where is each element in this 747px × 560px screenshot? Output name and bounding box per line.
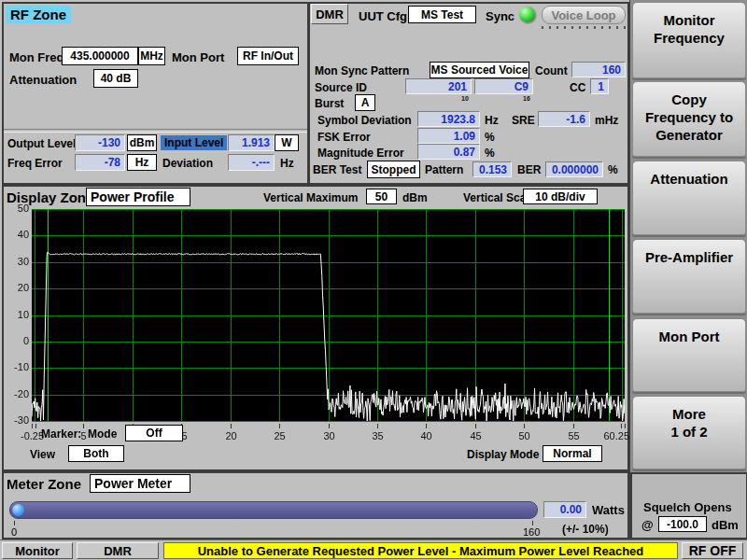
meter-unit: Watts — [592, 503, 625, 517]
symbol-deviation-value: 1923.8 — [417, 111, 480, 127]
softkey-attenuation[interactable]: Attenuation — [632, 161, 746, 235]
sre-unit: mHz — [595, 114, 618, 127]
softkey-label: Mon Port — [659, 329, 720, 391]
display-mode-value[interactable]: Normal — [543, 445, 602, 462]
meter-tick-min — [14, 521, 15, 525]
meter-value: 0.00 — [543, 501, 586, 518]
pattern-label: Pattern — [425, 163, 463, 176]
deviation-unit: Hz — [280, 157, 294, 170]
output-level-label: Output Level — [7, 137, 76, 150]
output-level-value: -130 — [75, 134, 125, 151]
softkey-more[interactable]: More 1 of 2 — [632, 396, 746, 469]
squelch-at: @ — [641, 518, 654, 532]
softkey-label: Copy Frequency to Generator — [645, 91, 733, 156]
symbol-deviation-unit: Hz — [485, 114, 499, 127]
meter-tolerance: (+/- 10%) — [562, 523, 609, 536]
output-level-unit[interactable]: dBm — [127, 134, 157, 151]
voice-loop-button[interactable]: Voice Loop — [542, 6, 626, 24]
power-meter-bar — [9, 501, 538, 519]
deviation-value: -.--- — [228, 154, 275, 171]
softkey-label: Attenuation — [650, 171, 727, 234]
source-id-hex: C9 — [474, 78, 533, 94]
ber-label: BER — [517, 163, 541, 176]
burst-value[interactable]: A — [355, 94, 375, 111]
softkey-pre-amplifier[interactable]: Pre-Amplifier — [632, 239, 746, 314]
softkey-sidebar: Monitor Frequency Copy Frequency to Gene… — [629, 0, 747, 539]
vertical-maximum-unit: dBm — [402, 191, 428, 204]
rf-state-indicator: RF OFF — [682, 542, 743, 559]
fsk-error-unit: % — [485, 131, 495, 144]
rf-divider — [4, 129, 307, 133]
softkey-monitor-frequency[interactable]: Monitor Frequency — [632, 2, 746, 78]
source-id-label: Source ID — [315, 81, 367, 94]
sync-label: Sync — [486, 9, 514, 23]
view-value[interactable]: Both — [68, 445, 124, 462]
cc-value: 1 — [590, 78, 609, 94]
meter-needle-icon — [12, 504, 24, 516]
meter-tick-max — [532, 521, 533, 525]
mon-port-label: Mon Port — [172, 50, 224, 64]
magnitude-error-label: Magnitude Error — [317, 147, 404, 160]
burst-label: Burst — [315, 97, 344, 110]
meter-scale-min: 0 — [11, 526, 17, 538]
meter-scale-max: 160 — [523, 526, 540, 538]
sre-value: -1.6 — [538, 111, 590, 127]
source-id-dec-base: 10 — [461, 95, 469, 102]
instrument-screen: RF Zone Mon Freq 435.000000 MHz Mon Port… — [0, 0, 747, 560]
fsk-error-label: FSK Error — [317, 131, 371, 144]
mon-freq-unit[interactable]: MHz — [138, 47, 165, 65]
mon-sync-pattern-label: Mon Sync Pattern — [315, 64, 409, 77]
squelch-value[interactable]: -100.0 — [658, 516, 707, 532]
magnitude-error-unit: % — [485, 147, 495, 160]
power-profile-chart — [4, 203, 629, 448]
vertical-maximum-value[interactable]: 50 — [366, 189, 397, 204]
marker-mode-label: Marker: Mode — [41, 427, 117, 441]
voice-loop-focus-dots — [542, 26, 626, 29]
freq-error-unit[interactable]: Hz — [127, 154, 157, 171]
pattern-value: 0.153 — [472, 161, 512, 177]
freq-error-label: Freq Error — [7, 157, 63, 170]
ber-unit: % — [608, 163, 618, 176]
vertical-scale-value[interactable]: 10 dB/div — [523, 189, 598, 204]
sync-led-icon — [519, 7, 535, 22]
softkey-mon-port[interactable]: Mon Port — [632, 318, 746, 392]
marker-mode-value[interactable]: Off — [125, 425, 183, 441]
attenuation-value[interactable]: 40 dB — [93, 69, 138, 88]
uut-cfg-value[interactable]: MS Test — [408, 6, 476, 23]
mon-port-value[interactable]: RF In/Out — [237, 47, 299, 65]
attenuation-label: Attenuation — [9, 73, 77, 87]
fsk-error-value: 1.09 — [417, 128, 480, 144]
ber-test-label: BER Test — [313, 163, 361, 176]
symbol-deviation-label: Symbol Deviation — [317, 114, 412, 127]
sre-label: SRE — [512, 114, 535, 127]
display-zone-panel: Display Zone Power Profile Vertical Maxi… — [2, 185, 629, 471]
meter-selector[interactable]: Power Meter — [90, 474, 190, 493]
freq-error-value: -78 — [75, 154, 125, 171]
source-id-dec: 201 — [405, 78, 472, 94]
source-id-hex-base: 16 — [523, 95, 530, 102]
deviation-label: Deviation — [162, 157, 213, 170]
mon-sync-pattern-value[interactable]: MS Sourced Voice — [430, 62, 529, 78]
squelch-unit: dBm — [712, 518, 739, 532]
input-level-label: Input Level — [161, 135, 227, 150]
display-mode-label: Display Mode — [467, 448, 539, 461]
mon-freq-value[interactable]: 435.000000 — [62, 47, 138, 65]
cc-label: CC — [570, 81, 585, 94]
ber-value: 0.000000 — [545, 161, 603, 177]
softkey-label: Pre-Amplifier — [645, 249, 733, 313]
count-label: Count — [535, 64, 568, 77]
status-tab-dmr[interactable]: DMR — [77, 542, 159, 559]
meter-zone-title: Meter Zone — [7, 476, 81, 492]
status-tab-monitor[interactable]: Monitor — [2, 542, 73, 559]
uut-cfg-label: UUT Cfg — [359, 9, 407, 23]
ber-test-value[interactable]: Stopped — [367, 161, 420, 178]
softkey-copy-frequency-to-generator[interactable]: Copy Frequency to Generator — [632, 81, 746, 157]
rf-zone-title: RF Zone — [6, 6, 71, 23]
magnitude-error-value: 0.87 — [417, 144, 480, 160]
mon-freq-label: Mon Freq — [9, 50, 64, 64]
squelch-panel: Squelch Opens @ -100.0 dBm — [630, 472, 747, 539]
view-label: View — [30, 448, 55, 461]
squelch-label: Squelch Opens — [643, 500, 732, 514]
input-level-unit[interactable]: W — [275, 134, 299, 151]
meter-zone-panel: Meter Zone Power Meter 0 160 0.00 Watts … — [2, 471, 629, 539]
